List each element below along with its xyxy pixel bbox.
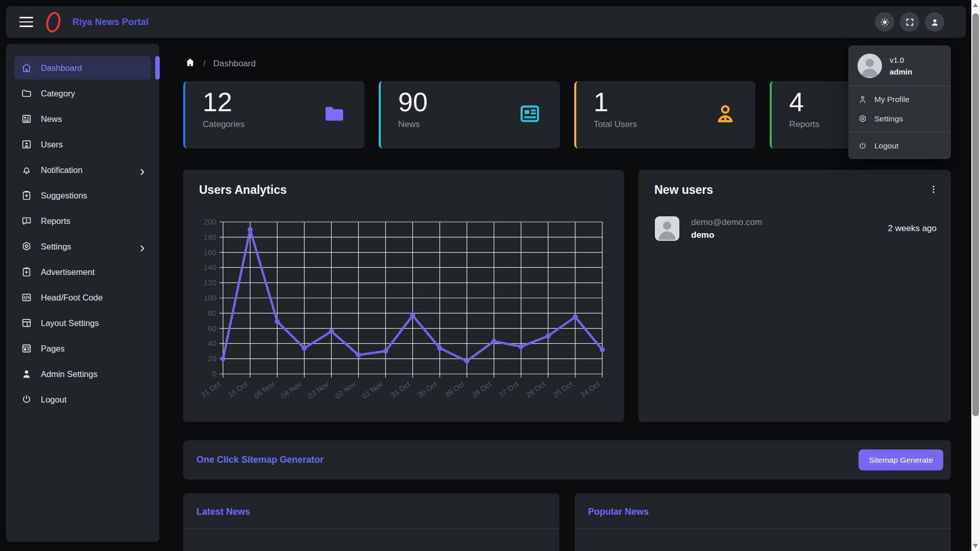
user-email: demo@demo.com — [691, 217, 762, 228]
news-solid-icon — [518, 102, 542, 128]
sidebar-item-layout-settings[interactable]: Layout Settings — [14, 311, 151, 335]
scroll-down-arrow-icon[interactable] — [973, 544, 978, 548]
code-icon — [21, 292, 32, 303]
new-users-card: New users demo@demo.comdemo2 weeks ago — [639, 170, 951, 422]
sidebar-item-label: Admin Settings — [41, 369, 97, 379]
stat-card-news: 90News — [379, 81, 560, 148]
new-user-row: demo@demo.comdemo2 weeks ago — [639, 216, 951, 241]
sun-icon — [880, 17, 890, 27]
sidebar-item-notification[interactable]: Notification — [14, 158, 151, 182]
breadcrumb: / Dashboard — [185, 57, 256, 70]
menu-item-my-profile[interactable]: My Profile — [848, 90, 951, 109]
sidebar-item-news[interactable]: News — [14, 107, 151, 131]
svg-text:02 Nov: 02 Nov — [334, 380, 358, 400]
user-dropdown-header: v1.0 admin — [848, 45, 951, 86]
sidebar-item-suggestions[interactable]: Suggestions — [14, 184, 151, 207]
svg-text:28 Oct: 28 Oct — [471, 380, 493, 399]
svg-text:31 Oct: 31 Oct — [389, 380, 411, 399]
stat-cards-row: 12Categories90News1Total Users4Reports — [183, 81, 951, 148]
analytics-title: Users Analytics — [183, 170, 624, 197]
sidebar-item-label: Category — [41, 89, 75, 98]
sidebar-item-label: Settings — [41, 242, 71, 252]
svg-text:200: 200 — [204, 217, 216, 226]
sidebar-item-label: Reports — [41, 216, 70, 226]
sidebar-item-admin-settings[interactable]: Admin Settings — [14, 362, 151, 386]
clipboard-plus-icon — [21, 190, 32, 201]
layout-icon — [21, 317, 32, 329]
sidebar: DashboardCategoryNewsUsersNotificationSu… — [6, 44, 159, 542]
menu-toggle-button[interactable] — [19, 17, 33, 27]
sidebar-item-label: News — [41, 114, 62, 124]
sidebar-item-users[interactable]: Users — [14, 133, 151, 156]
svg-text:05 Nov: 05 Nov — [252, 380, 276, 400]
stat-card-categories: 12Categories — [183, 81, 364, 148]
person-ring-icon — [714, 102, 737, 128]
sidebar-item-reports[interactable]: Reports — [14, 209, 151, 233]
newspaper-icon — [21, 113, 32, 124]
brand-logo-icon — [44, 10, 63, 34]
home-icon[interactable] — [185, 57, 195, 70]
username: admin — [890, 67, 912, 76]
home-icon — [21, 62, 32, 73]
sidebar-item-label: Head/Foot Code — [41, 293, 103, 303]
svg-text:25 Oct: 25 Oct — [552, 380, 574, 399]
svg-text:04 Nov: 04 Nov — [279, 380, 303, 400]
sidebar-item-logout[interactable]: Logout — [14, 388, 151, 411]
svg-text:180: 180 — [204, 233, 216, 241]
sidebar-item-label: Layout Settings — [41, 318, 99, 328]
svg-text:40: 40 — [208, 339, 216, 347]
top-navbar: Riya News Portal — [6, 6, 966, 38]
sidebar-item-dashboard[interactable]: Dashboard — [14, 56, 151, 80]
svg-text:26 Oct: 26 Oct — [525, 380, 547, 399]
svg-text:03 Nov: 03 Nov — [306, 380, 330, 400]
user-name: demo — [691, 230, 762, 240]
new-users-list: demo@demo.comdemo2 weeks ago — [639, 216, 951, 241]
sidebar-item-label: Users — [41, 140, 63, 149]
theme-toggle-button[interactable] — [875, 12, 894, 32]
user-dropdown-menu: v1.0 admin My ProfileSettings Logout — [848, 45, 951, 159]
sidebar-item-pages[interactable]: Pages — [14, 337, 151, 360]
svg-text:21 Oct: 21 Oct — [200, 380, 222, 399]
gear-icon — [21, 241, 32, 252]
folder-icon — [21, 88, 32, 99]
expand-icon — [905, 17, 915, 27]
power-icon — [21, 394, 32, 405]
sitemap-title: One Click Sitemap Generator — [197, 455, 324, 465]
chevron-right-icon — [137, 166, 144, 174]
active-indicator — [155, 56, 160, 80]
line-chart-svg: 02040608010012014016018020021 Oct15 Oct0… — [183, 170, 624, 422]
sitemap-generator-bar: One Click Sitemap Generator Sitemap Gene… — [183, 440, 951, 480]
scroll-up-arrow-icon[interactable] — [973, 3, 978, 7]
menu-item-logout[interactable]: Logout — [848, 136, 951, 156]
person-outline-icon — [858, 95, 867, 104]
brand-title: Riya News Portal — [72, 17, 149, 28]
svg-text:120: 120 — [204, 278, 216, 287]
sidebar-item-label: Pages — [41, 344, 65, 354]
sidebar-item-category[interactable]: Category — [14, 82, 151, 105]
svg-text:27 Oct: 27 Oct — [498, 380, 520, 399]
svg-text:0: 0 — [212, 369, 216, 378]
scrollbar[interactable] — [971, 0, 980, 551]
pages-icon — [21, 343, 32, 354]
menu-item-settings[interactable]: Settings — [848, 109, 951, 129]
avatar — [655, 216, 679, 241]
svg-text:80: 80 — [208, 309, 216, 317]
user-card-icon — [21, 139, 32, 150]
svg-text:29 Oct: 29 Oct — [443, 380, 465, 399]
user-time: 2 weeks ago — [888, 223, 937, 234]
user-menu-button[interactable] — [925, 12, 944, 32]
sidebar-item-head-foot-code[interactable]: Head/Foot Code — [14, 286, 151, 309]
fullscreen-button[interactable] — [900, 12, 919, 32]
sidebar-item-settings[interactable]: Settings — [14, 235, 151, 258]
breadcrumb-separator: / — [203, 59, 206, 69]
svg-text:140: 140 — [204, 263, 216, 271]
latest-news-card: Latest News — [183, 493, 559, 551]
svg-text:01 Nov: 01 Nov — [361, 380, 385, 400]
scrollbar-thumb[interactable] — [972, 13, 979, 416]
sitemap-generate-button[interactable]: Sitemap Generate — [859, 449, 943, 470]
sidebar-item-label: Advertisement — [41, 267, 94, 277]
sidebar-menu: DashboardCategoryNewsUsersNotificationSu… — [6, 56, 159, 411]
sidebar-item-label: Logout — [41, 395, 66, 405]
sidebar-item-advertisement[interactable]: Advertisement — [14, 260, 151, 284]
sidebar-item-label: Suggestions — [41, 191, 87, 201]
